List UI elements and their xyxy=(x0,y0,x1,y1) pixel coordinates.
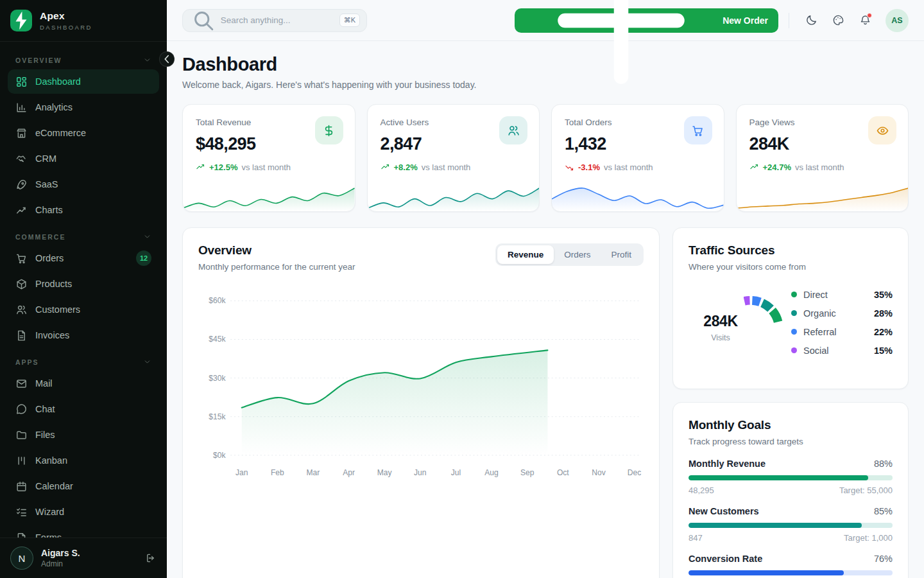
goal-conversion-rate: Conversion Rate 76% xyxy=(689,554,893,575)
dollar-icon xyxy=(315,116,343,144)
goal-progress-bar xyxy=(689,475,893,480)
goal-monthly-revenue: Monthly Revenue 88% 48,295 Target: 55,00… xyxy=(689,459,893,495)
legend-label: Social xyxy=(803,346,829,356)
new-order-button[interactable]: New Order xyxy=(515,8,778,33)
sidebar-item-label: Forms xyxy=(35,532,62,538)
traffic-donut: 284K Visits xyxy=(689,285,786,360)
tab-revenue[interactable]: Revenue xyxy=(497,245,554,264)
sidebar-item-crm[interactable]: CRM xyxy=(8,146,159,171)
sidebar-nav: OVERVIEWDashboardAnalyticseCommerceCRMSa… xyxy=(0,42,167,538)
sidebar-item-dashboard[interactable]: Dashboard xyxy=(8,69,159,94)
dark-mode-button[interactable] xyxy=(800,9,823,32)
search-shortcut: ⌘K xyxy=(339,13,360,27)
profile-avatar[interactable]: AS xyxy=(886,9,909,32)
chevron-down-icon xyxy=(143,358,151,366)
stat-change-note: vs last month xyxy=(795,162,844,172)
stat-change: +24.7% vs last month xyxy=(749,162,896,172)
chat-icon xyxy=(15,403,28,416)
sidebar-item-wizard[interactable]: Wizard xyxy=(8,500,159,524)
sidebar-item-forms[interactable]: Forms xyxy=(8,525,159,538)
sidebar-item-label: CRM xyxy=(35,153,56,164)
svg-text:Dec: Dec xyxy=(628,468,642,477)
sidebar-item-label: Analytics xyxy=(35,102,73,112)
eye-icon xyxy=(868,116,896,144)
lightning-icon xyxy=(10,10,32,31)
sidebar-item-label: Products xyxy=(35,279,72,289)
search-box[interactable]: ⌘K xyxy=(182,9,367,32)
goal-progress-bar xyxy=(689,523,893,528)
legend-dot xyxy=(791,347,797,353)
svg-text:$0k: $0k xyxy=(213,451,226,460)
sidebar-item-charts[interactable]: Charts xyxy=(8,198,159,222)
goal-current: 847 xyxy=(689,533,703,543)
traffic-subtitle: Where your visitors come from xyxy=(689,262,893,272)
sidebar-item-chat[interactable]: Chat xyxy=(8,397,159,421)
trending-up-icon xyxy=(749,162,759,172)
notifications-button[interactable] xyxy=(853,9,877,32)
topbar-icon-buttons xyxy=(800,9,877,32)
stat-card-active-users: Active Users 2,847 +8.2% vs last month xyxy=(367,104,540,212)
chevron-down-icon xyxy=(143,232,151,241)
monthly-goals-card: Monthly Goals Track progress toward targ… xyxy=(672,402,909,578)
sidebar-item-saas[interactable]: SaaS xyxy=(8,172,159,197)
goal-current: 48,295 xyxy=(689,486,714,495)
tab-orders[interactable]: Orders xyxy=(554,245,601,264)
goal-progress-bar xyxy=(689,570,893,575)
nav-section-label-overview[interactable]: OVERVIEW xyxy=(15,56,151,64)
sidebar-collapse-button[interactable] xyxy=(159,51,175,67)
stat-change-note: vs last month xyxy=(422,162,471,172)
legend-pct: 28% xyxy=(874,308,893,319)
visits-value: 284K xyxy=(689,313,753,330)
new-order-label: New Order xyxy=(723,15,768,26)
sidebar-item-label: Orders xyxy=(35,253,64,263)
search-input[interactable] xyxy=(221,15,334,25)
goal-target: Target: 1,000 xyxy=(844,533,893,543)
sidebar-item-kanban[interactable]: Kanban xyxy=(8,448,159,473)
sidebar-item-calendar[interactable]: Calendar xyxy=(8,474,159,498)
nav-section-label-apps[interactable]: APPS xyxy=(15,358,151,366)
user-role: Admin xyxy=(41,559,80,568)
sidebar-item-products[interactable]: Products xyxy=(8,272,159,296)
legend-pct: 35% xyxy=(874,290,893,300)
theme-button[interactable] xyxy=(826,9,850,32)
traffic-legend: Direct 35% Organic 28% Referral 22% Soci… xyxy=(791,290,893,356)
overview-title: Overview xyxy=(198,243,355,258)
trending-up-icon xyxy=(196,162,205,172)
sidebar-item-label: Customers xyxy=(35,304,80,315)
moon-icon xyxy=(805,14,817,26)
sidebar-item-ecommerce[interactable]: eCommerce xyxy=(8,121,159,145)
cart-icon xyxy=(684,116,712,144)
stat-change-note: vs last month xyxy=(604,162,653,172)
legend-dot xyxy=(791,292,797,297)
sidebar-item-files[interactable]: Files xyxy=(8,423,159,447)
mail-icon xyxy=(15,378,28,390)
sidebar-item-mail[interactable]: Mail xyxy=(8,371,159,396)
svg-text:Mar: Mar xyxy=(307,468,320,477)
legend-social: Social 15% xyxy=(791,346,893,356)
section-label-text: APPS xyxy=(15,358,39,366)
tab-profit[interactable]: Profit xyxy=(601,245,642,264)
sidebar-item-customers[interactable]: Customers xyxy=(8,297,159,322)
topbar-divider xyxy=(789,13,789,28)
brand-subtitle: DASHBOARD xyxy=(40,24,92,31)
svg-text:$15k: $15k xyxy=(209,412,226,421)
sidebar-user[interactable]: N Aigars S. Admin xyxy=(0,538,167,578)
svg-text:Feb: Feb xyxy=(271,468,284,477)
sidebar-item-orders[interactable]: Orders12 xyxy=(8,246,159,270)
traffic-title: Traffic Sources xyxy=(689,243,893,258)
sidebar-item-analytics[interactable]: Analytics xyxy=(8,95,159,119)
stat-change-pct: +24.7% xyxy=(763,162,791,172)
sidebar-item-invoices[interactable]: Invoices xyxy=(8,323,159,347)
stat-sparkline xyxy=(737,180,909,211)
overview-card: Overview Monthly performance for the cur… xyxy=(182,227,660,578)
goal-pct: 85% xyxy=(874,506,893,516)
calendar-icon xyxy=(15,480,28,493)
folder-icon xyxy=(15,429,28,441)
legend-dot xyxy=(791,310,797,316)
notification-dot xyxy=(867,13,872,18)
handshake-icon xyxy=(15,153,28,165)
topbar-actions: New Order AS xyxy=(515,8,909,33)
sidebar-item-label: Kanban xyxy=(35,455,67,466)
nav-section-label-commerce[interactable]: COMMERCE xyxy=(15,232,151,241)
logout-icon[interactable] xyxy=(145,552,157,564)
